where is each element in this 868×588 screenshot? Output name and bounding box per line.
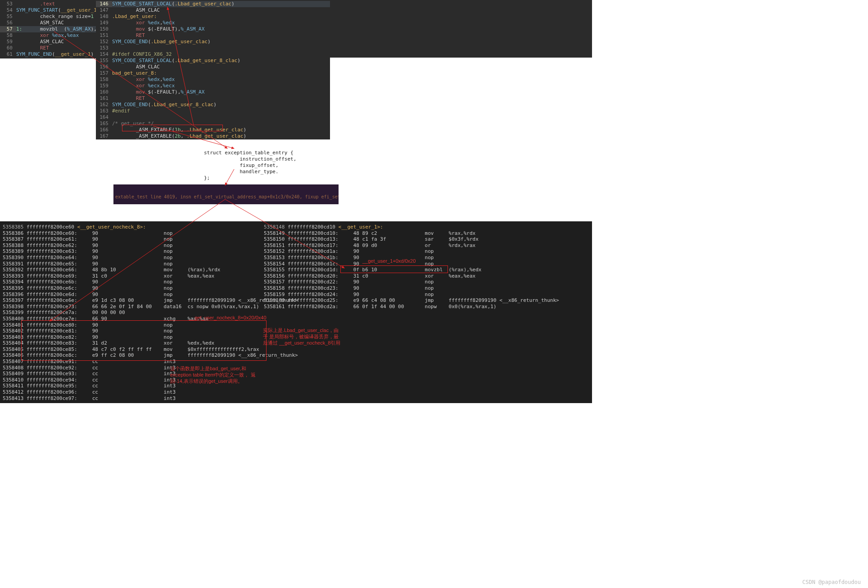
ann-insn: __get_user_1+0xd/0x20 <box>362 258 416 264</box>
disasm-line: 5358153 ffffffff8200cd1b: 90 nop <box>264 255 588 261</box>
code-line: 158 xor %edx,%edx <box>96 76 330 83</box>
disasm-line: 5358388 ffffffff8200ce62: 90 nop <box>3 242 268 249</box>
code-line: 59 ASM_CLAC <box>0 39 96 45</box>
disasm-line: 5358395 ffffffff8200ce6c: 90 nop <box>3 285 268 292</box>
disasm-line: 5358387 ffffffff8200ce61: 90 nop <box>3 236 268 242</box>
code-line: 61SYM_FUNC_END(__get_user_1) <box>0 51 96 58</box>
highlight-box-right <box>340 265 448 273</box>
disasm-line: 5358158 ffffffff8200cd23: 90 nop <box>264 285 588 292</box>
disasm-line: 5358413 ffffffff8200ce97: cc int3 <box>3 395 268 402</box>
ann-right-box: 实际上是.Lbad_get_user_clac，由于 是局部标号，被编译器丢弃，… <box>263 327 342 346</box>
code-line: 153 <box>96 45 330 51</box>
disasm-line: 5358394 ffffffff8200ce6b: 90 nop <box>3 279 268 285</box>
code-line: 54SYM_FUNC_START(__get_user_1) <box>0 7 96 13</box>
code-line: 154#ifdef CONFIG_X86_32 <box>96 51 330 58</box>
code-line: 148.Lbad_get_user: <box>96 13 330 20</box>
highlight-box-left <box>21 320 267 361</box>
code-line: 152SYM_CODE_END(.Lbad_get_user_clac) <box>96 39 330 45</box>
code-line: 167 _ASM_EXTABLE(2b, .Lbad_get_user_clac… <box>96 133 330 139</box>
terminal: extable_test line 4019, insn efi_set_vir… <box>113 184 339 204</box>
code-line: 146SYM_CODE_START_LOCAL(.Lbad_get_user_c… <box>96 1 330 7</box>
code-line: 571: movzbl (%_ASM_AX),%edx <box>0 26 96 32</box>
disasm-line: 5358386 ffffffff8200ce60: 90 nop <box>3 230 268 237</box>
ann-fixup: __get_user_nocheck_8+0x20/0x40 <box>189 314 267 321</box>
disasm-line: 5358150 ffffffff8200cd13: 48 c1 fa 3f sa… <box>264 236 588 242</box>
disasm-line: 5358157 ffffffff8200cd22: 90 nop <box>264 279 588 285</box>
disasm-line: 5358159 ffffffff8200cd24: 90 nop <box>264 292 588 298</box>
code-line: 55 check_range size=1 <box>0 13 96 20</box>
code-line: 159 xor %ecx,%ecx <box>96 83 330 89</box>
code-line: 53 .text <box>0 1 96 7</box>
disasm-line: 5358156 ffffffff8200cd20: 31 c0 xor %eax… <box>264 273 588 279</box>
ann-left-box: 这个函数是即上是bad_get_user,和 exception table I… <box>170 365 256 384</box>
disasm-line: 5358412 ffffffff8200ce96: cc int3 <box>3 389 268 395</box>
code-line: 147 ASM_CLAC <box>96 7 330 13</box>
disasm-line: 5358393 ffffffff8200ce69: 31 c0 xor %eax… <box>3 273 268 279</box>
code-line: 164 <box>96 114 330 121</box>
code-line: 156 ASM_CLAC <box>96 64 330 70</box>
code-line: 150 mov $(-EFAULT),%_ASM_AX <box>96 26 330 32</box>
disasm-header: 5358385 ffffffff8200ce60 <__get_user_noc… <box>3 224 268 230</box>
code-line: 149 xor %edx,%edx <box>96 20 330 26</box>
disasm-line: 5358396 ffffffff8200ce6d: 90 nop <box>3 292 268 298</box>
disasm-line: 5358160 ffffffff8200cd25: e9 66 c4 08 00… <box>264 297 588 304</box>
code-line: 155SYM_CODE_START_LOCAL(.Lbad_get_user_8… <box>96 58 330 64</box>
viewport: 53 .text54SYM_FUNC_START(__get_user_1)55… <box>0 0 868 588</box>
highlight-box-extable <box>122 125 223 131</box>
disasm-line: 5358151 ffffffff8200cd17: 48 09 d0 or %r… <box>264 242 588 249</box>
disasm-line: 5358161 ffffffff8200cd2a: 66 0f 1f 44 00… <box>264 304 588 310</box>
disasm-line: 5358391 ffffffff8200ce65: 90 nop <box>3 261 268 267</box>
code-line: 161 RET <box>96 95 330 102</box>
term-line0: extable_test line 4019, insn efi_set_vir… <box>113 194 339 199</box>
right-editor: 146SYM_CODE_START_LOCAL(.Lbad_get_user_c… <box>96 0 330 139</box>
disasm-line: 5358389 ffffffff8200ce63: 90 nop <box>3 248 268 255</box>
code-line: 163#endif <box>96 108 330 114</box>
disasm-panel: 5358385 ffffffff8200ce60 <__get_user_noc… <box>0 221 592 403</box>
disasm-header: 5358148 ffffffff8200cd10 <__get_user_1>: <box>264 224 588 230</box>
watermark: CSDN @papaofdoudou <box>802 579 861 585</box>
code-line: 56 ASM_STAC <box>0 20 96 26</box>
code-line: 151 RET <box>96 32 330 39</box>
struct-text: struct exception_table_entry { instructi… <box>204 150 296 181</box>
code-line: 160 mov $(-EFAULT),%_ASM_AX <box>96 89 330 95</box>
disasm-line: 5358392 ffffffff8200ce66: 48 8b 10 mov (… <box>3 267 268 273</box>
disasm-line: 5358397 ffffffff8200ce6e: e9 1d c3 08 00… <box>3 297 268 304</box>
disasm-line: 5358152 ffffffff8200cd1a: 90 nop <box>264 248 588 255</box>
disasm-line: 5358149 ffffffff8200cd10: 48 89 c2 mov %… <box>264 230 588 237</box>
code-line: 162SYM_CODE_END(.Lbad_get_user_8_clac) <box>96 102 330 108</box>
code-line: 60 RET <box>0 45 96 51</box>
code-line: 157bad_get_user_8: <box>96 70 330 76</box>
disasm-line: 5358390 ffffffff8200ce64: 90 nop <box>3 255 268 261</box>
left-editor: 53 .text54SYM_FUNC_START(__get_user_1)55… <box>0 0 96 58</box>
disasm-line: 5358398 ffffffff8200ce73: 66 66 2e 0f 1f… <box>3 304 268 310</box>
code-line: 58 xor %eax,%eax <box>0 32 96 39</box>
